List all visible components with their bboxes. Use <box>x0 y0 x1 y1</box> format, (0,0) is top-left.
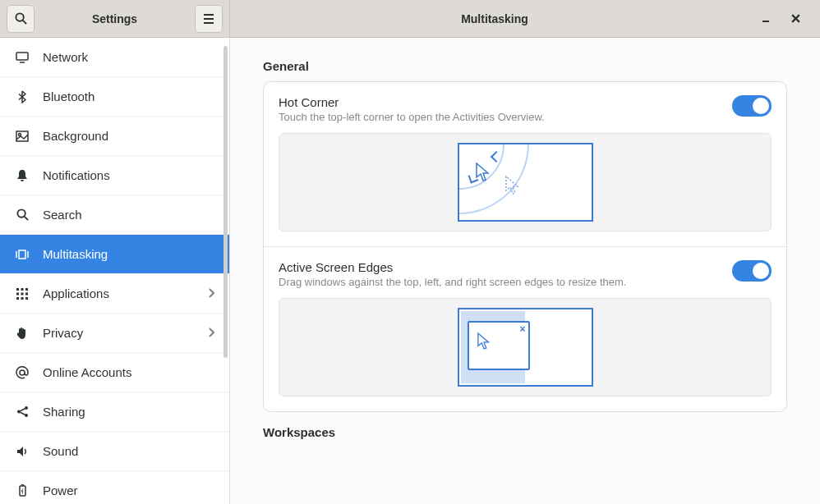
search-icon <box>15 12 27 25</box>
svg-rect-18 <box>21 288 24 291</box>
minimize-icon <box>762 15 770 23</box>
sidebar-item-notifications[interactable]: Notifications <box>0 156 229 195</box>
sidebar-item-sound[interactable]: Sound <box>0 432 229 471</box>
sidebar-item-label: Sharing <box>43 405 85 419</box>
search-icon <box>15 208 30 221</box>
sidebar-item-privacy[interactable]: Privacy <box>0 314 229 353</box>
screen-icon <box>15 52 30 63</box>
svg-rect-22 <box>25 292 28 295</box>
hot-corner-title: Hot Corner <box>279 95 719 109</box>
svg-point-12 <box>17 209 25 217</box>
svg-rect-8 <box>16 53 28 60</box>
svg-line-30 <box>20 409 25 411</box>
sidebar-item-power[interactable]: Power <box>0 471 229 504</box>
bell-icon <box>15 169 30 182</box>
active-edges-illustration: × <box>279 298 772 396</box>
svg-rect-24 <box>21 297 24 300</box>
speaker-icon <box>15 446 30 457</box>
menu-button[interactable] <box>195 5 223 33</box>
sidebar-item-applications[interactable]: Applications <box>0 274 229 314</box>
svg-rect-23 <box>16 297 19 300</box>
chevron-right-icon <box>208 326 214 340</box>
chevron-right-icon <box>208 286 214 300</box>
sidebar-item-label: Online Accounts <box>43 365 131 379</box>
sidebar-item-label: Bluetooth <box>43 89 94 103</box>
hand-icon <box>15 327 30 340</box>
svg-rect-17 <box>16 288 19 291</box>
active-edges-desc: Drag windows against the top, left, and … <box>279 276 719 288</box>
at-icon <box>15 366 30 379</box>
sidebar-item-network[interactable]: Network <box>0 38 229 77</box>
hot-corner-desc: Touch the top-left corner to open the Ac… <box>279 111 719 123</box>
sidebar-item-label: Privacy <box>43 326 83 340</box>
cursor-icon <box>477 332 492 351</box>
sidebar-item-search[interactable]: Search <box>0 195 229 235</box>
svg-point-11 <box>19 133 21 135</box>
titlebar-right: Multitasking <box>230 0 820 37</box>
svg-point-26 <box>20 370 25 375</box>
close-icon <box>791 14 800 23</box>
hot-corner-illustration <box>279 133 772 231</box>
titlebar: Settings Multitasking <box>0 0 820 38</box>
svg-line-1 <box>22 21 25 24</box>
sidebar-item-multitasking[interactable]: Multitasking <box>0 235 229 274</box>
titlebar-left: Settings <box>0 0 230 37</box>
sidebar-item-sharing[interactable]: Sharing <box>0 392 229 432</box>
svg-rect-14 <box>19 250 25 259</box>
sidebar-item-label: Network <box>43 50 88 64</box>
sidebar-item-label: Applications <box>43 286 109 300</box>
illustration-screen: × <box>458 308 593 387</box>
workspaces-icon <box>15 249 30 260</box>
picture-icon <box>15 131 30 142</box>
sidebar-item-background[interactable]: Background <box>0 117 229 156</box>
section-title-workspaces: Workspaces <box>263 425 787 439</box>
svg-point-0 <box>16 13 23 21</box>
scrollbar-thumb[interactable] <box>223 46 228 358</box>
svg-rect-25 <box>25 297 28 300</box>
content-area[interactable]: General Hot Corner Touch the top-left co… <box>230 38 820 504</box>
section-title-general: General <box>263 59 787 73</box>
sidebar-item-label: Background <box>43 129 108 143</box>
svg-rect-21 <box>21 292 24 295</box>
svg-line-13 <box>24 217 27 220</box>
sidebar-item-label: Notifications <box>43 168 110 182</box>
general-group: Hot Corner Touch the top-left corner to … <box>263 81 787 412</box>
minimize-button[interactable] <box>758 11 774 27</box>
grid-icon <box>15 288 30 300</box>
window-controls <box>758 11 812 27</box>
sidebar-item-label: Power <box>43 483 78 497</box>
svg-line-31 <box>20 412 25 415</box>
active-edges-row: Active Screen Edges Drag windows against… <box>264 247 786 411</box>
cursor-icon <box>476 163 492 182</box>
sidebar-item-label: Search <box>43 208 82 222</box>
bluetooth-icon <box>15 90 30 103</box>
dragged-window: × <box>468 321 530 370</box>
svg-rect-19 <box>25 288 28 291</box>
hot-corner-row: Hot Corner Touch the top-left corner to … <box>264 82 786 247</box>
svg-rect-20 <box>16 292 19 295</box>
close-button[interactable] <box>787 11 804 27</box>
window-close-icon: × <box>519 323 525 335</box>
sidebar-item-label: Sound <box>43 444 78 458</box>
sidebar-item-label: Multitasking <box>43 247 108 261</box>
hamburger-icon <box>203 14 214 24</box>
share-icon <box>15 405 30 418</box>
active-edges-title: Active Screen Edges <box>279 260 719 274</box>
page-title: Multitasking <box>238 12 751 25</box>
illustration-screen <box>458 143 593 222</box>
search-button[interactable] <box>7 5 35 33</box>
hot-corner-switch[interactable] <box>732 95 772 117</box>
cursor-outline-icon <box>505 176 522 195</box>
battery-icon <box>15 484 30 497</box>
sidebar-title: Settings <box>41 12 188 25</box>
sidebar[interactable]: Network Bluetooth Background Notificatio… <box>0 38 230 504</box>
active-edges-switch[interactable] <box>732 260 772 282</box>
sidebar-item-bluetooth[interactable]: Bluetooth <box>0 77 229 117</box>
sidebar-item-online-accounts[interactable]: Online Accounts <box>0 353 229 392</box>
